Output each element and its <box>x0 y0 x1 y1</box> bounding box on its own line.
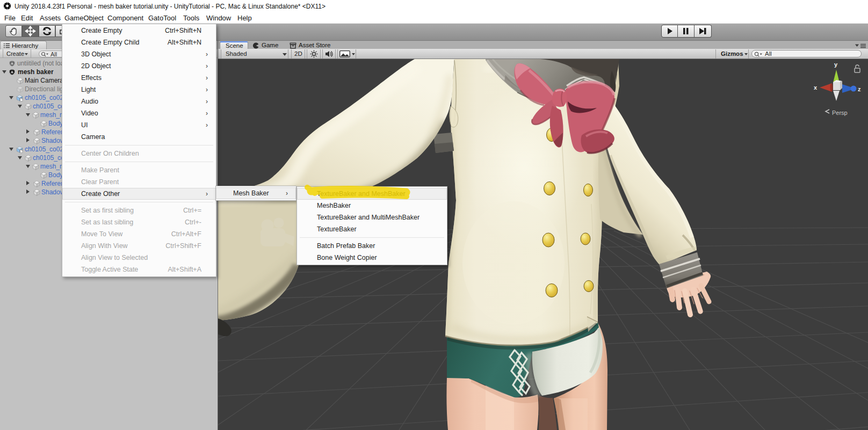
svg-text:z: z <box>858 86 861 92</box>
svg-text:x: x <box>814 84 818 91</box>
svg-text:Persp: Persp <box>832 110 848 116</box>
svg-text:y: y <box>834 61 838 68</box>
